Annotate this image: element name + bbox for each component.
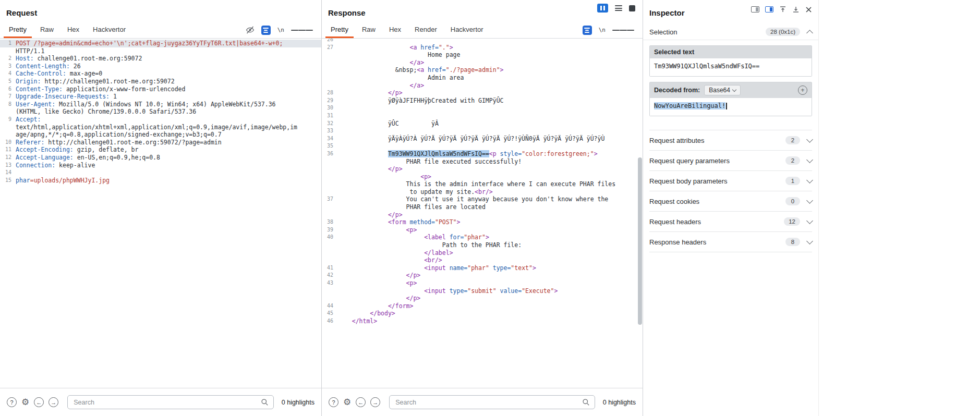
- tab-raw[interactable]: Raw: [33, 22, 61, 38]
- line-number: 13: [0, 162, 16, 169]
- line-number: 29: [322, 97, 337, 105]
- code-line: </label>: [322, 249, 643, 257]
- token: Mozilla/5.0 (Windows NT 10.0; Win64; x64…: [55, 101, 275, 108]
- token: href=: [428, 66, 446, 74]
- line-number: [0, 47, 16, 55]
- scrollbar-thumb[interactable]: [638, 157, 642, 325]
- code-line: 6Content-Type: application/x-www-form-ur…: [0, 85, 321, 93]
- section-label: Request cookies: [649, 198, 699, 205]
- newline-toggle-icon[interactable]: \n: [277, 27, 284, 33]
- settings-gear-icon[interactable]: ⚙: [21, 398, 29, 407]
- line-number: [322, 82, 337, 90]
- editor-menu-icon[interactable]: [291, 28, 313, 32]
- line-number: 27: [322, 44, 337, 52]
- token: [337, 279, 406, 287]
- hide-matches-icon[interactable]: [246, 26, 255, 34]
- token: <form: [388, 218, 410, 226]
- close-icon[interactable]: [805, 6, 812, 13]
- line-number: [322, 203, 337, 211]
- syntax-highlight-icon[interactable]: [583, 26, 592, 35]
- token: <input: [424, 287, 449, 295]
- prev-match-button[interactable]: ←: [34, 397, 44, 407]
- code-text: POST /?page=admin&cmd=echo+'\n';cat+flag…: [16, 40, 321, 47]
- response-panel: Response PrettyRawHexRenderHackvertor \n…: [322, 0, 643, 416]
- pause-icon[interactable]: [597, 4, 608, 13]
- line-number: 6: [0, 85, 16, 93]
- layout-menu-icon[interactable]: [615, 4, 622, 13]
- stop-icon[interactable]: [629, 5, 635, 11]
- token: Referer:: [16, 139, 44, 146]
- add-decoder-icon[interactable]: +: [798, 85, 807, 95]
- expand-all-icon[interactable]: [792, 6, 800, 13]
- line-number: 31: [322, 112, 337, 120]
- collapse-all-icon[interactable]: [779, 6, 787, 13]
- tab-hackvertor[interactable]: Hackvertor: [444, 22, 490, 38]
- selected-text-value[interactable]: Tm93WW91QXJlQmlsaW5ndWFsIQ==: [650, 58, 812, 76]
- inspector-section-request-body-parameters[interactable]: Request body parameters1: [649, 171, 812, 191]
- token: <p>: [420, 173, 431, 180]
- response-scrollbar[interactable]: [638, 39, 642, 388]
- tab-hex[interactable]: Hex: [382, 22, 408, 38]
- line-number: [322, 165, 337, 173]
- code-text: [337, 112, 643, 120]
- inspector-section-request-headers[interactable]: Request headers12: [649, 212, 812, 232]
- code-line: 4Cache-Control: max-age=0: [0, 70, 321, 78]
- token: </p>: [388, 165, 403, 173]
- line-number: 5: [0, 78, 16, 85]
- settings-gear-icon[interactable]: ⚙: [343, 398, 351, 407]
- line-number: 28: [322, 89, 337, 97]
- help-icon[interactable]: ?: [329, 397, 338, 407]
- request-editor[interactable]: 1POST /?page=admin&cmd=echo+'\n';cat+fla…: [0, 39, 321, 388]
- decoded-value-area[interactable]: NowYouAreBilingual!: [650, 98, 812, 116]
- code-line: </p>: [322, 165, 643, 173]
- tab-hackvertor[interactable]: Hackvertor: [86, 22, 132, 38]
- next-match-button[interactable]: →: [49, 397, 58, 407]
- token: >: [554, 287, 558, 295]
- help-icon[interactable]: ?: [7, 397, 17, 407]
- request-response-divider[interactable]: [321, 0, 322, 416]
- inspector-section-request-attributes[interactable]: Request attributes2: [649, 130, 812, 151]
- token: "color:forestgreen;": [522, 150, 594, 157]
- dock-right-icon[interactable]: [765, 6, 773, 13]
- chevron-down-icon: [806, 177, 813, 183]
- token: [337, 310, 370, 317]
- search-box[interactable]: [389, 395, 595, 409]
- inspector-section-request-query-parameters[interactable]: Request query parameters2: [649, 151, 812, 171]
- response-editor[interactable]: 2627 <a href="."> Home page </a> &nbsp;<…: [322, 39, 643, 388]
- tab-raw[interactable]: Raw: [355, 22, 382, 38]
- search-input[interactable]: [72, 398, 261, 407]
- syntax-highlight-icon[interactable]: [261, 26, 271, 35]
- code-line: 40 <label for="phar">: [322, 234, 643, 241]
- search-input[interactable]: [394, 398, 582, 407]
- newline-toggle-icon[interactable]: \n: [599, 27, 606, 33]
- tab-pretty[interactable]: Pretty: [324, 22, 355, 38]
- inspector-selection-row[interactable]: Selection 28 (0x1c): [643, 24, 818, 40]
- code-text: </p>: [337, 211, 643, 219]
- token: </a>: [409, 82, 424, 89]
- token: 26: [70, 63, 81, 70]
- code-line: 34 ÿÄÿÀÿÚ?À ÿÚ?Ä ÿÚ?ÿÄ ÿÚ?ÿÄ ÿÚ?ÿÄ ÿÚ?!ÿ…: [322, 135, 643, 143]
- token: "submit": [467, 287, 496, 295]
- token: >: [533, 264, 536, 272]
- search-box[interactable]: [67, 395, 274, 409]
- token: max-age=0: [66, 70, 102, 77]
- inspector-section-request-cookies[interactable]: Request cookies0: [649, 191, 812, 212]
- tab-pretty[interactable]: Pretty: [2, 22, 33, 38]
- dock-left-icon[interactable]: [751, 6, 759, 13]
- tab-hex[interactable]: Hex: [61, 22, 86, 38]
- prev-match-button[interactable]: ←: [356, 397, 366, 407]
- selection-length-badge: 28 (0x1c): [766, 28, 800, 36]
- token: (KHTML, like Gecko) Chrome/139.0.0.0 Saf…: [16, 108, 196, 115]
- token: </a>: [409, 59, 424, 66]
- burp-repeater-window: Request PrettyRawHexHackvertor \n 1POST …: [0, 0, 980, 416]
- codec-dropdown[interactable]: Base64: [704, 85, 741, 95]
- code-line: 41 <input name="phar" type="text">: [322, 264, 643, 272]
- line-number: [322, 295, 337, 302]
- response-inspector-divider[interactable]: [643, 0, 643, 416]
- token: gzip, deflate, br: [74, 146, 139, 153]
- next-match-button[interactable]: →: [370, 397, 380, 407]
- editor-menu-icon[interactable]: [612, 28, 634, 32]
- tab-render[interactable]: Render: [408, 22, 444, 38]
- inspector-section-response-headers[interactable]: Response headers8: [649, 232, 812, 252]
- code-text: to update my site.<br/>: [337, 188, 643, 196]
